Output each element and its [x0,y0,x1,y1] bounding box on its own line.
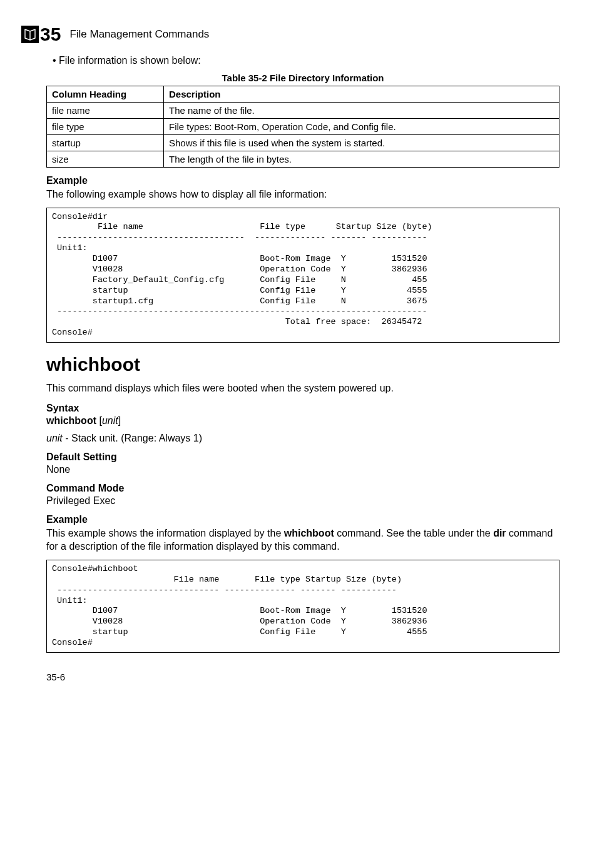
table-row: file name The name of the file. [47,103,559,119]
table-row: startup Shows if this file is used when … [47,135,559,151]
unit-desc: - Stack unit. (Range: Always 1) [63,433,202,443]
command-description: This command displays which files were b… [46,381,559,395]
syntax-unit-line: unit - Stack unit. (Range: Always 1) [46,433,559,444]
command-title: whichboot [46,354,559,375]
command-mode-heading: Command Mode [46,483,559,494]
syntax-bracket-close: ] [118,415,121,426]
chapter-number-5: 5 [51,25,61,44]
table-header-column: Column Heading [47,86,164,103]
command-mode-value: Privileged Exec [46,495,559,507]
chapter-header: 3 5 File Management Commands [21,25,559,44]
table-header-description: Description [164,86,559,103]
console-output-dir: Console#dir File name File type Startup … [46,208,559,343]
table-row: file type File types: Boot-Rom, Operatio… [47,119,559,135]
file-directory-table: Column Heading Description file name The… [46,86,559,168]
table-cell: The name of the file. [164,103,559,119]
table-row: size The length of the file in bytes. [47,151,559,168]
syntax-line: whichboot [unit] [46,415,559,426]
example2-intro: This example shows the information displ… [46,527,559,553]
example2-intro-part2: command. See the table under the [334,528,493,538]
syntax-heading: Syntax [46,403,559,414]
table-cell: startup [47,135,164,151]
syntax-command: whichboot [46,415,96,426]
book-icon [24,28,36,41]
bullet-item: File information is shown below: [53,55,559,66]
chapter-number-3: 3 [40,25,51,44]
page-footer: 35-6 [46,672,559,682]
syntax-arg: unit [102,415,118,426]
table-cell: file type [47,119,164,135]
default-setting-value: None [46,464,559,475]
bullet-list: File information is shown below: [53,55,559,66]
example2-heading: Example [46,514,559,525]
example2-intro-bold2: dir [493,528,506,538]
default-setting-heading: Default Setting [46,452,559,463]
unit-label: unit [46,433,63,443]
table-cell: The length of the file in bytes. [164,151,559,168]
chapter-title: File Management Commands [69,28,209,41]
table-cell: size [47,151,164,168]
example2-intro-part1: This example shows the information displ… [46,528,284,538]
table-caption: Table 35-2 File Directory Information [46,73,559,83]
table-cell: Shows if this file is used when the syst… [164,135,559,151]
example-intro: The following example shows how to displ… [46,188,559,201]
example2-intro-bold1: whichboot [284,528,334,538]
table-cell: File types: Boot-Rom, Operation Code, an… [164,119,559,135]
example-heading: Example [46,175,559,186]
chapter-number-box [21,26,39,43]
table-cell: file name [47,103,164,119]
console-output-whichboot: Console#whichboot File name File type St… [46,560,559,653]
